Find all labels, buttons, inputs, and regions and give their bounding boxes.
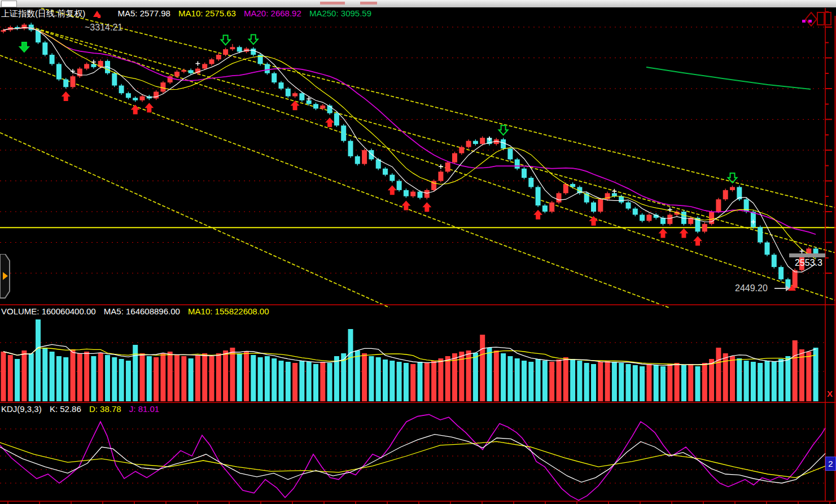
candle-body <box>112 73 117 86</box>
candle-body <box>292 93 297 96</box>
candle-body <box>369 150 374 159</box>
candle-body <box>765 243 770 255</box>
candle-body <box>355 156 360 164</box>
candle-body <box>71 76 76 87</box>
volume-bar <box>8 355 13 401</box>
low-price-arrow <box>774 288 787 289</box>
volume-bar <box>209 356 215 401</box>
volume-bar <box>702 363 707 401</box>
ma250-label: MA250: 3095.59 <box>309 8 371 18</box>
volume-bar <box>307 362 312 401</box>
candle-body <box>563 184 568 193</box>
trend-line <box>0 133 389 308</box>
volume-bar <box>646 364 651 401</box>
candle-body <box>383 169 388 175</box>
candle-body <box>237 47 242 51</box>
volume-bar <box>570 359 575 401</box>
candle-body <box>397 181 402 190</box>
symbol-title: 上证指数(日线.前复权) <box>1 8 85 18</box>
low-price-label: 2449.20 <box>735 283 768 293</box>
pane-close-button[interactable]: X <box>827 389 833 398</box>
volume-bar <box>230 348 235 401</box>
volume-bar <box>112 357 117 401</box>
trading-app-window: 上证指数(日线.前复权) MA5: 2577.98 MA10: 2575.63 … <box>0 0 836 504</box>
volume-bar <box>369 356 374 401</box>
candle-body <box>522 169 527 178</box>
candle-body <box>216 55 221 59</box>
low-point-triangle-marker <box>788 285 796 291</box>
candle-body <box>119 86 124 94</box>
candle-body <box>265 64 270 73</box>
sell-signal-arrow <box>221 36 230 45</box>
candle-body <box>140 97 145 100</box>
magenta-dot-marker <box>802 20 806 23</box>
volume-bar <box>612 362 617 401</box>
chart-canvas[interactable] <box>0 0 836 504</box>
candle-body <box>557 193 562 202</box>
volume-bar <box>140 353 145 401</box>
sell-signal-arrow <box>728 173 737 183</box>
volume-bar <box>313 364 318 401</box>
kdj-j-label: J: 81.01 <box>129 404 159 414</box>
kdj-axis-marker-badge: 2 <box>825 457 836 471</box>
candle-body <box>549 203 554 212</box>
candle-body <box>63 80 68 87</box>
volume-bar <box>730 356 735 401</box>
volume-bar <box>688 364 693 401</box>
volume-bar <box>265 356 270 401</box>
candle-body <box>515 159 520 168</box>
volume-bar <box>716 348 721 401</box>
top-toolbar[interactable] <box>0 0 836 8</box>
candle-body <box>181 70 186 72</box>
candle-body <box>223 49 228 55</box>
volume-bar <box>667 364 672 401</box>
sidebar-flyout-handle[interactable] <box>0 254 11 301</box>
candle-body <box>702 224 707 232</box>
candle-body <box>646 214 651 221</box>
volume-ma10-label: MA10: 155822608.00 <box>188 306 269 316</box>
volume-bar <box>404 363 409 401</box>
volume-bar <box>189 358 194 401</box>
volume-bar <box>515 358 520 401</box>
volume-bar <box>105 355 110 401</box>
candle-body <box>334 113 339 126</box>
main-pane-header: 上证指数(日线.前复权) MA5: 2577.98 MA10: 2575.63 … <box>1 8 377 19</box>
candle-body <box>126 93 131 98</box>
ma10-line <box>3 28 816 259</box>
volume-ma5-label: MA5: 164608896.00 <box>104 306 180 316</box>
volume-bar <box>42 348 47 401</box>
candle-body <box>230 47 235 49</box>
candle-body <box>598 199 603 212</box>
candle-body <box>42 42 47 55</box>
candle-body <box>730 187 735 190</box>
volume-bar <box>362 353 367 401</box>
volume-bar <box>348 329 353 401</box>
candle-body <box>251 49 256 55</box>
toolbar-label-fragment <box>320 2 345 5</box>
buy-signal-arrow <box>659 229 668 238</box>
volume-bar <box>557 360 562 401</box>
ma5-line <box>3 28 816 272</box>
volume-bar <box>202 353 207 401</box>
volume-bar <box>299 361 304 401</box>
trend-line <box>0 55 669 308</box>
volume-bar <box>487 348 492 401</box>
sell-signal-arrow <box>20 42 29 52</box>
volume-bar <box>397 362 402 401</box>
volume-bar <box>737 358 742 401</box>
trend-line <box>31 27 835 300</box>
candle-body <box>667 214 672 223</box>
volume-bar <box>744 361 749 401</box>
volume-bar <box>563 357 568 401</box>
volume-bar <box>21 350 27 401</box>
toolbar-button[interactable] <box>1 1 17 7</box>
volume-bar <box>577 361 582 401</box>
volume-bar <box>286 362 291 401</box>
current-price-label: 2553.3 <box>795 258 822 268</box>
split-window-icon[interactable] <box>817 12 831 28</box>
magenta-dot-marker <box>808 20 812 23</box>
candle-body <box>591 203 596 212</box>
volume-bar <box>223 350 228 401</box>
volume-bar <box>216 353 221 401</box>
candle-body <box>536 187 541 205</box>
